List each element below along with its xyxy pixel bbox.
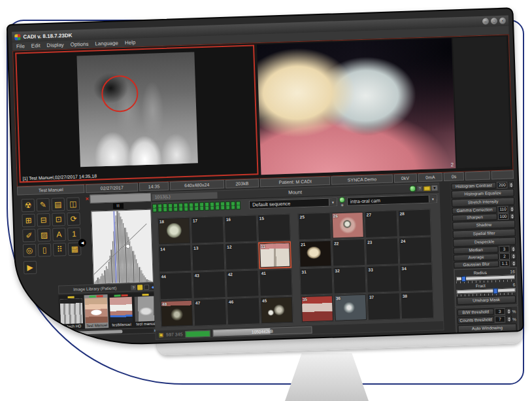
dual-view-icon[interactable]: ◫ <box>67 197 80 211</box>
film-frame-icon[interactable] <box>168 203 173 212</box>
tooth-cell-44[interactable]: 44 <box>159 272 192 300</box>
b-w-threshold-value[interactable]: 3 <box>495 308 505 315</box>
tooth-cell-43[interactable]: 43 <box>192 271 225 299</box>
spin-down-icon[interactable] <box>508 319 510 321</box>
tooth-cell-46[interactable]: 46 <box>227 297 260 325</box>
histogram-curve-handle[interactable] <box>125 243 129 248</box>
tooth-cell-24[interactable]: 24 <box>399 237 432 265</box>
minimize-button[interactable]: – <box>482 18 489 24</box>
tooth-cell-48[interactable]: 48 <box>160 300 193 328</box>
save-image-icon[interactable]: ⊡ <box>52 213 65 226</box>
menu-item-language[interactable]: Language <box>95 40 118 46</box>
spin-down-icon[interactable] <box>510 209 513 211</box>
dropdown-arrow-icon[interactable]: ▼ <box>429 195 437 202</box>
tooth-cell-38[interactable]: 38 <box>401 292 434 320</box>
mount-status-led-icon[interactable] <box>409 185 416 192</box>
library-help-icon[interactable]: ? <box>131 285 136 290</box>
tooth-cell-37[interactable]: 37 <box>367 292 401 321</box>
dropdown-arrow-icon[interactable]: ▼ <box>329 198 337 205</box>
camera-source-dropdown[interactable]: intra-oral cam ▼ <box>347 194 437 206</box>
import-folder-icon[interactable]: ⊞ <box>22 214 35 228</box>
film-frame-icon[interactable] <box>194 202 199 211</box>
fract-thumb[interactable] <box>493 288 497 294</box>
b-w-threshold-button[interactable]: B/W threshold <box>457 308 494 316</box>
sharpen-spinner[interactable] <box>509 213 515 219</box>
film-frame-icon[interactable] <box>158 203 162 212</box>
spin-down-icon[interactable] <box>510 185 512 187</box>
tooth-cell-13[interactable]: 13 <box>191 243 225 271</box>
library-item[interactable]: testManuel <box>109 294 134 328</box>
library-dark-toggle-icon[interactable] <box>144 284 149 289</box>
spin-down-icon[interactable] <box>512 249 514 251</box>
spin-up-icon[interactable] <box>512 254 514 256</box>
spin-up-icon[interactable] <box>507 309 510 311</box>
intraoral-camera-pane[interactable]: 2 <box>257 38 456 175</box>
annotate-icon[interactable]: ✐ <box>22 229 36 243</box>
tooth-cell-11[interactable]: 11 <box>258 241 291 270</box>
number-label-icon[interactable]: 1 <box>67 227 81 241</box>
tooth-cell-26[interactable]: 26 <box>331 211 365 239</box>
average-value[interactable]: 2 <box>499 253 510 260</box>
spin-up-icon[interactable] <box>512 261 515 263</box>
tooth-cell-41[interactable]: 41 <box>259 269 292 297</box>
tooth-cell-22[interactable]: 22 <box>332 239 365 267</box>
library-item[interactable]: Test Manuel <box>84 294 109 328</box>
dither-icon[interactable]: ⠿ <box>53 243 67 256</box>
tooth-cell-27[interactable]: 27 <box>365 210 398 238</box>
film-frame-icon[interactable] <box>173 203 178 211</box>
text-label-icon[interactable]: A <box>52 228 66 241</box>
auto-windowing-button[interactable]: Auto Windowing <box>457 323 516 333</box>
unsharp-mask-button[interactable]: Unsharp Mask <box>457 295 516 305</box>
tooth-cell-21[interactable]: 21 <box>299 240 332 268</box>
histogram-contrast-value[interactable]: 200 <box>497 182 507 189</box>
gaussian-blur-spinner[interactable] <box>510 260 516 266</box>
film-frame-icon[interactable] <box>215 201 220 210</box>
mount-yellow-button[interactable] <box>424 186 430 190</box>
tooth-cell-17[interactable]: 17 <box>191 216 224 244</box>
median-value[interactable]: 3 <box>499 246 509 253</box>
film-frame-icon[interactable] <box>178 203 183 211</box>
spin-down-icon[interactable] <box>512 256 514 258</box>
tooth-cell-45[interactable]: 45 <box>260 296 293 324</box>
fract-slider[interactable]: Fract6 <box>456 282 516 296</box>
menu-item-options[interactable]: Options <box>71 41 89 48</box>
film-frame-icon[interactable] <box>184 203 188 211</box>
spin-down-icon[interactable] <box>507 311 510 313</box>
film-frame-icon[interactable] <box>163 203 167 212</box>
mount-filter-button[interactable]: ▼ <box>431 185 437 190</box>
film-frame-icon[interactable] <box>220 201 225 210</box>
library-item[interactable]: Vatech HD <box>59 295 84 329</box>
clear-annotation-icon[interactable]: × <box>86 196 90 202</box>
tooth-cell-31[interactable]: 31 <box>299 268 333 296</box>
quick-send-icon[interactable]: ▶ <box>24 261 37 275</box>
restore-button[interactable]: □ <box>491 18 497 24</box>
film-frame-icon[interactable] <box>152 203 157 212</box>
refresh-icon[interactable]: ⟳ <box>67 212 80 226</box>
tooth-cell-33[interactable]: 33 <box>366 265 399 293</box>
gamma-correction-value[interactable]: 110 <box>497 206 508 213</box>
live-preview-eye-icon[interactable]: ◉ <box>341 203 344 207</box>
median-spinner[interactable] <box>510 245 516 252</box>
tooth-cell-23[interactable]: 23 <box>365 237 399 266</box>
spin-up-icon[interactable] <box>510 207 513 209</box>
radius-thumb[interactable] <box>461 276 466 282</box>
spin-up-icon[interactable] <box>510 183 512 184</box>
menu-item-file[interactable]: File <box>16 43 25 49</box>
scrollbar-thumb[interactable] <box>68 330 122 335</box>
tooth-cell-15[interactable]: 15 <box>258 214 291 242</box>
menu-item-edit[interactable]: Edit <box>31 43 41 48</box>
gaussian-blur-value[interactable]: 1.1 <box>499 260 510 268</box>
red-flag-image-icon[interactable]: ▨ <box>37 228 51 242</box>
film-frame-icon[interactable] <box>189 203 193 211</box>
tooth-cell-47[interactable]: 47 <box>193 298 227 326</box>
tooth-cell-28[interactable]: 28 <box>397 209 431 237</box>
image-folder-icon[interactable]: ▣ <box>158 332 163 338</box>
sharpen-value[interactable]: 100 <box>498 213 508 220</box>
menu-item-display[interactable]: Display <box>46 42 64 48</box>
close-button[interactable]: × <box>499 18 506 24</box>
report-icon[interactable]: ▯ <box>38 243 52 257</box>
tooth-cell-12[interactable]: 12 <box>225 242 258 270</box>
magnifier-icon[interactable]: ◎ <box>23 244 37 258</box>
film-frame-icon[interactable] <box>199 202 204 211</box>
camera-probe-icon[interactable]: ✎ <box>37 198 50 212</box>
